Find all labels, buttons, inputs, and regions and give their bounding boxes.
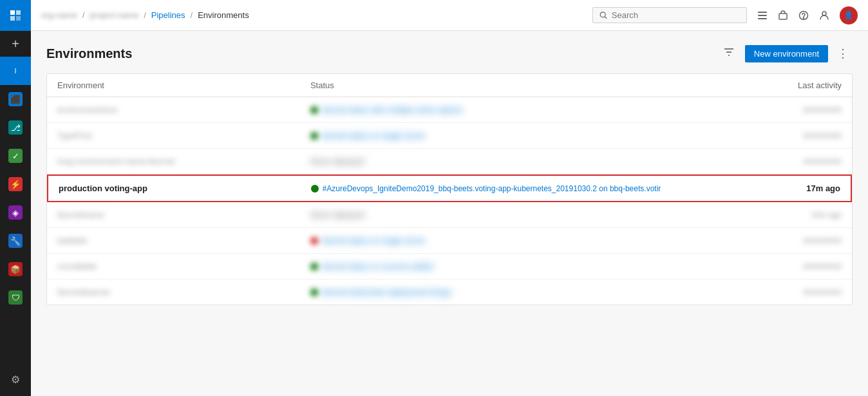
row-name: environmentone — [57, 105, 310, 115]
status-indicator — [311, 185, 319, 193]
help-icon[interactable] — [798, 10, 809, 21]
status-text: blurred status with multiple active opti… — [322, 106, 463, 115]
svg-line-5 — [605, 16, 607, 18]
row-activity: 17m ago — [689, 184, 840, 193]
main-content: org-name / project-name / Pipelines / En… — [31, 0, 868, 396]
svg-rect-8 — [758, 18, 767, 19]
svg-point-12 — [822, 12, 826, 15]
status-text: blurred status on single server — [322, 236, 426, 245]
row-activity: ##/##/#### — [690, 236, 842, 245]
status-text: blurred status on success added — [322, 262, 433, 271]
row-name: production voting-app — [59, 184, 311, 193]
svg-rect-3 — [16, 16, 21, 21]
breadcrumb-sep3: / — [191, 10, 193, 20]
row-name: TypeFirst — [57, 131, 310, 140]
col-status: Status — [310, 80, 690, 90]
sidebar-item-extension[interactable]: 📦 — [0, 255, 31, 283]
search-input[interactable] — [612, 10, 740, 20]
add-button[interactable]: + — [0, 31, 31, 57]
svg-rect-0 — [10, 10, 15, 15]
page-content: Environments New environment ⋮ Environme… — [31, 31, 868, 396]
sidebar-item-repos[interactable]: ⎇ — [0, 113, 31, 142]
breadcrumb: org-name / project-name / Pipelines / En… — [41, 10, 587, 20]
status-indicator — [310, 237, 318, 245]
new-environment-button[interactable]: New environment — [745, 45, 828, 62]
sidebar-item-settings1[interactable]: 🔧 — [0, 227, 31, 255]
header-actions: New environment ⋮ — [718, 44, 853, 63]
sidebar-item-pipelines[interactable]: ✓ — [0, 142, 31, 170]
row-activity: ##/##/#### — [690, 262, 842, 271]
breadcrumb-pipelines[interactable]: Pipelines — [151, 10, 185, 20]
col-activity: Last activity — [690, 80, 842, 90]
row-status: Never deployed — [310, 211, 690, 220]
row-name: blurredname — [57, 210, 310, 220]
page-title: Environments — [46, 46, 132, 61]
row-status: blurred status on success added — [310, 262, 690, 271]
breadcrumb-sep2: / — [144, 10, 146, 20]
row-activity: ##/##/#### — [690, 106, 842, 115]
app-logo[interactable] — [0, 0, 31, 31]
row-status: blurred kubernetes deployment things — [310, 288, 690, 297]
row-name: blurredlastrow — [57, 287, 310, 297]
row-status: #AzureDevops_IgniteDemo2019_bbq-beets.vo… — [311, 184, 689, 193]
table-row[interactable]: TypeFirst blurred status on single serve… — [47, 123, 852, 149]
svg-point-4 — [600, 12, 605, 17]
status-indicator — [310, 106, 318, 114]
svg-rect-2 — [10, 16, 15, 21]
svg-rect-6 — [758, 12, 767, 13]
topbar-icons: 👤 — [757, 6, 858, 24]
table-row[interactable]: blurredlastrow blurred kubernetes deploy… — [47, 279, 852, 305]
row-name: babbble — [57, 236, 310, 245]
svg-rect-1 — [16, 10, 21, 15]
table-header: Environment Status Last activity — [47, 74, 852, 97]
status-text: Never deployed — [310, 157, 364, 166]
status-indicator — [310, 288, 318, 296]
row-activity: ##m ago — [690, 211, 842, 220]
breadcrumb-sep1: / — [82, 10, 85, 20]
row-status: blurred status with multiple active opti… — [310, 106, 690, 115]
sidebar-item-security[interactable]: 🛡 — [0, 283, 31, 312]
list-icon[interactable] — [757, 10, 768, 21]
row-status: blurred status on single server — [310, 236, 690, 245]
row-activity: ##/##/#### — [690, 288, 842, 297]
person-icon[interactable] — [819, 10, 829, 21]
search-box[interactable] — [592, 7, 747, 23]
table-row[interactable]: babbble blurred status on single server … — [47, 228, 852, 254]
more-options-button[interactable]: ⋮ — [833, 44, 853, 63]
svg-rect-9 — [779, 14, 787, 19]
environments-table: Environment Status Last activity environ… — [46, 73, 853, 305]
topbar: org-name / project-name / Pipelines / En… — [31, 0, 868, 31]
store-icon[interactable] — [778, 10, 788, 21]
row-status: Never deployed — [310, 157, 690, 166]
svg-rect-7 — [758, 15, 767, 16]
table-row[interactable]: environmentone blurred status with multi… — [47, 97, 852, 123]
sidebar-item-artifacts[interactable]: ◈ — [0, 198, 31, 227]
col-environment: Environment — [57, 80, 310, 90]
table-row[interactable]: roundtable blurred status on success add… — [47, 254, 852, 279]
status-text: blurred status on single server — [322, 131, 426, 140]
sidebar-nav: I ⬛ ⎇ ✓ ⚡ ◈ 🔧 📦 🛡 — [0, 57, 31, 365]
settings-icon[interactable]: ⚙ — [0, 365, 31, 393]
table-row[interactable]: long-environment-name-blurred Never depl… — [47, 149, 852, 174]
sidebar-item-boards[interactable]: ⬛ — [0, 85, 31, 113]
sidebar-item-home[interactable]: I — [0, 57, 31, 85]
svg-point-11 — [803, 17, 804, 18]
breadcrumb-project: project-name — [90, 10, 138, 20]
page-header: Environments New environment ⋮ — [46, 44, 853, 63]
row-name: long-environment-name-blurred — [57, 156, 310, 166]
status-text: blurred kubernetes deployment things — [322, 288, 451, 297]
search-icon — [599, 11, 608, 20]
status-indicator — [310, 263, 318, 270]
row-name: roundtable — [57, 261, 310, 271]
avatar[interactable]: 👤 — [840, 6, 858, 24]
row-status: blurred status on single server — [310, 131, 690, 140]
filter-button[interactable] — [718, 44, 740, 63]
status-indicator — [310, 132, 318, 140]
breadcrumb-org: org-name — [41, 10, 77, 20]
sidebar: + I ⬛ ⎇ ✓ ⚡ ◈ 🔧 📦 🛡 ⚙ — [0, 0, 31, 396]
table-row-highlighted[interactable]: production voting-app #AzureDevops_Ignit… — [47, 174, 852, 202]
breadcrumb-environments: Environments — [198, 10, 249, 20]
table-row[interactable]: blurredname Never deployed ##m ago — [47, 202, 852, 228]
row-activity: ##/##/#### — [690, 131, 842, 140]
sidebar-item-testplans[interactable]: ⚡ — [0, 170, 31, 198]
